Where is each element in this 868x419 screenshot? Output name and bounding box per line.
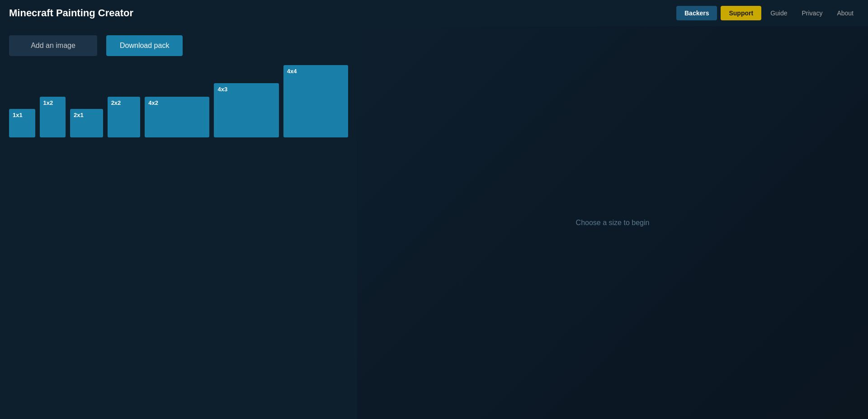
size-button-2x2[interactable]: 2x2 bbox=[108, 97, 141, 137]
privacy-link[interactable]: Privacy bbox=[797, 6, 828, 20]
size-button-1x2[interactable]: 1x2 bbox=[40, 97, 66, 137]
top-controls: Add an image Download pack bbox=[9, 35, 348, 56]
size-button-4x2[interactable]: 4x2 bbox=[145, 97, 209, 137]
app-title: Minecraft Painting Creator bbox=[9, 7, 676, 19]
about-link[interactable]: About bbox=[831, 6, 859, 20]
size-button-1x1[interactable]: 1x1 bbox=[9, 109, 35, 137]
main-content: Add an image Download pack 1x1 1x2 2x1 2… bbox=[0, 26, 868, 419]
left-panel: Add an image Download pack 1x1 1x2 2x1 2… bbox=[0, 26, 357, 419]
navbar: Minecraft Painting Creator Backers Suppo… bbox=[0, 0, 868, 26]
guide-link[interactable]: Guide bbox=[765, 6, 793, 20]
support-button[interactable]: Support bbox=[721, 6, 761, 20]
add-image-button[interactable]: Add an image bbox=[9, 35, 97, 56]
size-button-2x1[interactable]: 2x1 bbox=[70, 109, 103, 137]
size-button-4x3[interactable]: 4x3 bbox=[214, 83, 278, 137]
size-button-4x4[interactable]: 4x4 bbox=[283, 65, 348, 137]
backers-button[interactable]: Backers bbox=[676, 6, 717, 20]
navbar-links: Backers Support Guide Privacy About bbox=[676, 6, 859, 20]
choose-size-prompt: Choose a size to begin bbox=[576, 219, 650, 227]
right-panel: Choose a size to begin bbox=[357, 26, 868, 419]
size-buttons-container: 1x1 1x2 2x1 2x2 4x2 4x3 4x4 bbox=[9, 65, 348, 137]
download-pack-button[interactable]: Download pack bbox=[106, 35, 183, 56]
